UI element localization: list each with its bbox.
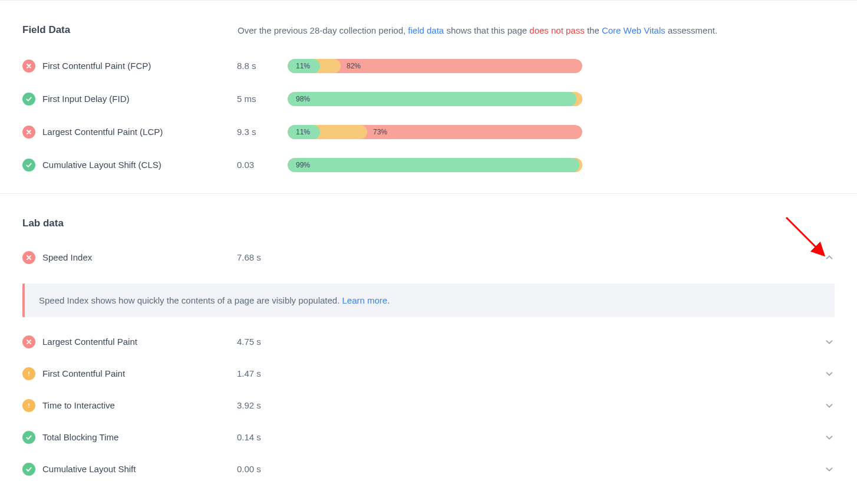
lab-metric-detail: Speed Index shows how quickly the conten… [22, 284, 835, 317]
chevron-down-icon [824, 464, 835, 475]
lab-metric-row[interactable]: Cumulative Layout Shift0.00 s [22, 459, 835, 480]
chevron-up-icon [824, 252, 835, 263]
metric-distribution-bar: 0%1%99% [288, 158, 582, 172]
metric-value: 8.8 s [237, 61, 288, 71]
core-web-vitals-link[interactable]: Core Web Vitals [602, 25, 665, 35]
svg-rect-1 [28, 371, 29, 374]
x-circle-icon [22, 126, 35, 139]
lab-data-section: Lab data Speed Index7.68 sSpeed Index sh… [0, 193, 857, 498]
metric-label: First Contentful Paint (FCP) [42, 61, 237, 71]
x-circle-icon [22, 60, 35, 73]
chevron-down-icon [824, 368, 835, 379]
metric-distribution-bar: 82%7%11% [288, 59, 582, 73]
check-circle-icon [22, 159, 35, 172]
lab-metric-value: 0.14 s [237, 432, 824, 442]
lab-metric-row[interactable]: Total Blocking Time0.14 s [22, 427, 835, 448]
metric-value: 9.3 s [237, 127, 288, 137]
chevron-down-icon [824, 432, 835, 443]
metric-value: 5 ms [237, 94, 288, 104]
svg-rect-3 [28, 403, 29, 406]
lab-metric-value: 4.75 s [237, 337, 824, 347]
lab-metric-value: 1.47 s [237, 368, 824, 378]
check-circle-icon [22, 463, 35, 476]
field-data-header: Field Data Over the previous 28-day coll… [22, 24, 835, 38]
lab-metric-label: Total Blocking Time [42, 432, 237, 442]
lab-metric-row[interactable]: Largest Contentful Paint4.75 s [22, 331, 835, 353]
lab-metric-label: Largest Contentful Paint [42, 337, 237, 347]
metric-label: First Input Delay (FID) [42, 94, 237, 104]
lab-data-list: Speed Index7.68 sSpeed Index shows how q… [22, 247, 835, 480]
field-metrics-list: First Contentful Paint (FCP)8.8 s82%7%11… [22, 55, 835, 176]
svg-rect-2 [28, 375, 29, 376]
lab-metric-label: Time to Interactive [42, 400, 237, 410]
field-metric-row: First Input Delay (FID)5 ms1%1%98% [22, 88, 835, 110]
lab-metric-value: 7.68 s [237, 252, 824, 262]
check-circle-icon [22, 93, 35, 106]
x-circle-icon [22, 251, 35, 264]
lab-metric-row[interactable]: First Contentful Paint1.47 s [22, 363, 835, 384]
field-data-link[interactable]: field data [408, 25, 444, 35]
metric-label: Cumulative Layout Shift (CLS) [42, 160, 237, 170]
metric-label: Largest Contentful Paint (LCP) [42, 127, 237, 137]
lab-data-title: Lab data [22, 218, 238, 229]
lab-metric-row[interactable]: Time to Interactive3.92 s [22, 395, 835, 416]
svg-rect-4 [28, 407, 29, 408]
metric-value: 0.03 [237, 160, 288, 170]
field-metric-row: Cumulative Layout Shift (CLS)0.030%1%99% [22, 154, 835, 176]
exclamation-circle-icon [22, 367, 35, 380]
metric-distribution-bar: 73%16%11% [288, 125, 582, 139]
lab-metric-value: 3.92 s [237, 400, 824, 410]
metric-distribution-bar: 1%1%98% [288, 92, 582, 106]
lab-metric-label: First Contentful Paint [42, 368, 237, 378]
exclamation-circle-icon [22, 399, 35, 412]
field-metric-row: Largest Contentful Paint (LCP)9.3 s73%16… [22, 121, 835, 143]
lab-metric-label: Cumulative Layout Shift [42, 464, 237, 474]
learn-more-link[interactable]: Learn more [342, 295, 388, 305]
lab-metric-row[interactable]: Speed Index7.68 s [22, 247, 835, 268]
field-metric-row: First Contentful Paint (FCP)8.8 s82%7%11… [22, 55, 835, 77]
assessment-result: does not pass [529, 25, 584, 35]
lab-metric-value: 0.00 s [237, 464, 824, 474]
field-data-description: Over the previous 28-day collection peri… [238, 24, 717, 38]
x-circle-icon [22, 335, 35, 348]
lab-metric-label: Speed Index [42, 252, 237, 262]
chevron-down-icon [824, 400, 835, 411]
field-data-section: Field Data Over the previous 28-day coll… [0, 0, 857, 193]
field-data-title: Field Data [22, 24, 238, 36]
lab-data-header: Lab data [22, 218, 835, 229]
check-circle-icon [22, 431, 35, 444]
chevron-down-icon [824, 337, 835, 347]
